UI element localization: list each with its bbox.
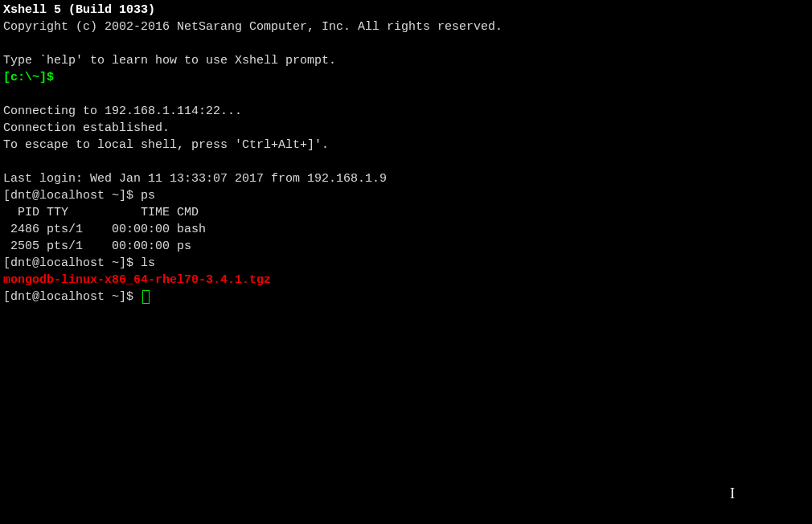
connecting-text: Connecting to 192.168.1.114:22... (3, 103, 809, 120)
blank-line (3, 86, 809, 103)
last-login: Last login: Wed Jan 11 13:33:07 2017 fro… (3, 170, 809, 187)
shell-prompt: [dnt@localhost ~]$ (3, 189, 141, 203)
app-title: Xshell 5 (Build 1033) (3, 3, 155, 17)
terminal-output[interactable]: Xshell 5 (Build 1033) Copyright (c) 2002… (3, 2, 809, 305)
command-ls: ls (141, 256, 155, 270)
cursor[interactable] (142, 290, 150, 304)
ls-file: mongodb-linux-x86_64-rhel70-3.4.1.tgz (3, 273, 271, 287)
ps-row: 2486 pts/1 00:00:00 bash (3, 221, 809, 238)
command-ps: ps (141, 189, 155, 203)
help-hint: Type `help' to learn how to use Xshell p… (3, 52, 809, 69)
local-prompt: [c:\~]$ (3, 71, 54, 84)
ps-row: 2505 pts/1 00:00:00 ps (3, 238, 809, 255)
shell-prompt: [dnt@localhost ~]$ (3, 290, 141, 304)
established-text: Connection established. (3, 120, 809, 137)
copyright-text: Copyright (c) 2002-2016 NetSarang Comput… (3, 18, 809, 35)
escape-text: To escape to local shell, press 'Ctrl+Al… (3, 137, 809, 154)
text-cursor-icon (730, 485, 740, 501)
ps-header: PID TTY TIME CMD (3, 204, 809, 221)
blank-line (3, 154, 809, 170)
shell-prompt: [dnt@localhost ~]$ (3, 256, 141, 270)
blank-line (3, 35, 809, 52)
